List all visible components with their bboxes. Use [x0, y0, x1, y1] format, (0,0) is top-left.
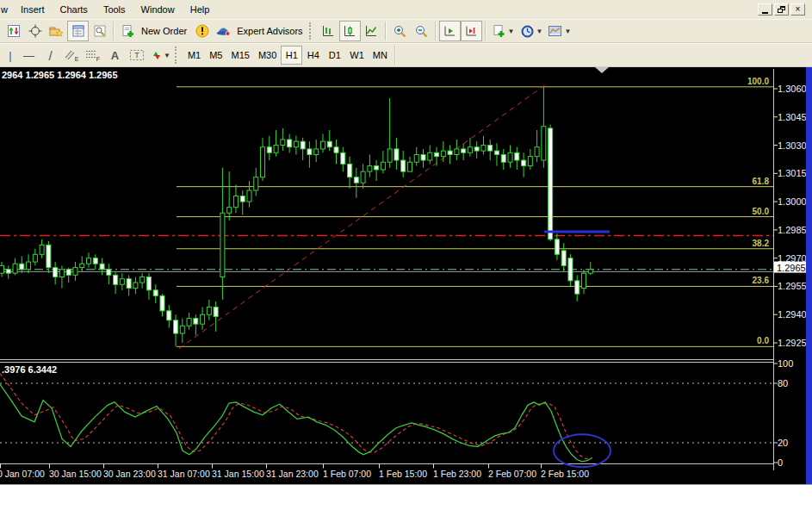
navigator-button[interactable] — [89, 21, 110, 41]
zoom-out-button[interactable] — [411, 21, 432, 41]
restore-icon — [778, 6, 785, 13]
svg-text:1.2940: 1.2940 — [778, 309, 807, 320]
timeframe-mn[interactable]: MN — [369, 46, 392, 65]
templates-button[interactable]: ▼ — [545, 21, 573, 41]
toolbar-separator — [435, 22, 437, 40]
chart-shift-marker — [595, 67, 609, 73]
chart-canvas[interactable]: 100.061.850.038.223.60.01.30601.30451.30… — [0, 67, 812, 484]
timeframe-h4[interactable]: H4 — [302, 46, 324, 65]
svg-text:.3976 6.3442: .3976 6.3442 — [2, 364, 57, 375]
svg-text:23.6: 23.6 — [753, 276, 770, 285]
periods-button[interactable]: ▼ — [518, 21, 546, 41]
chevron-down-icon: ▼ — [564, 28, 571, 35]
timeframe-w1[interactable]: W1 — [345, 46, 369, 65]
new-chart-icon — [492, 24, 506, 39]
horizontal-line-button[interactable]: — — [18, 45, 40, 65]
timeframe-h1[interactable]: H1 — [281, 46, 302, 65]
svg-text:80: 80 — [778, 378, 788, 388]
line-chart-button[interactable] — [361, 21, 382, 41]
menu-bar: w Insert Charts Tools Window Help × — [0, 0, 812, 19]
timeframe-m5[interactable]: M5 — [205, 46, 226, 65]
svg-text:1 Feb 07:00: 1 Feb 07:00 — [323, 469, 371, 479]
bar-chart-icon — [321, 24, 335, 38]
svg-text:1 Feb 23:00: 1 Feb 23:00 — [433, 469, 481, 479]
new-chart-button[interactable]: ▼ — [489, 21, 518, 41]
menu-window[interactable]: Window — [133, 1, 183, 18]
equidistant-channel-button[interactable]: E — [61, 45, 83, 65]
templates-icon — [548, 24, 562, 38]
current-price-label: 1.2965 — [774, 262, 807, 273]
expert-advisors-icon — [215, 24, 232, 38]
timeframe-m15[interactable]: M15 — [226, 46, 253, 65]
metaeditor-alert-button[interactable] — [191, 21, 213, 41]
menu-charts[interactable]: Charts — [52, 1, 95, 18]
arrange-charts-button[interactable] — [3, 21, 24, 41]
svg-text:38.2: 38.2 — [753, 239, 770, 248]
svg-text:1.2985: 1.2985 — [778, 225, 807, 235]
market-watch-button[interactable] — [67, 21, 89, 41]
text-icon: A — [111, 49, 119, 62]
chart-shift-button[interactable] — [461, 21, 482, 41]
svg-text:30 Jan 15:00: 30 Jan 15:00 — [49, 469, 102, 479]
restore-button[interactable] — [774, 3, 789, 16]
fibo-letter: F — [96, 56, 100, 62]
toolbar-separator — [394, 46, 396, 65]
svg-text:31 Jan 15:00: 31 Jan 15:00 — [212, 469, 264, 479]
toolbar-grip[interactable] — [309, 22, 313, 40]
svg-text:2 Feb 15:00: 2 Feb 15:00 — [541, 469, 589, 479]
indicator-readout: .3976 6.3442 — [2, 364, 57, 375]
menu-view-partial[interactable]: w — [0, 1, 13, 18]
expert-advisors-label[interactable]: Expert Advisors — [234, 26, 307, 36]
horizontal-line-objects — [0, 235, 773, 271]
expert-advisors-button[interactable] — [213, 21, 234, 41]
crosshair-icon — [28, 24, 42, 38]
svg-text:0: 0 — [778, 457, 783, 468]
svg-text:20: 20 — [778, 438, 788, 448]
menu-help[interactable]: Help — [183, 1, 218, 18]
minimize-icon — [762, 12, 768, 14]
candlestick-chart-button[interactable] — [339, 21, 361, 41]
fibonacci-button[interactable]: F — [83, 45, 104, 65]
svg-text:100.0: 100.0 — [747, 77, 769, 86]
toolbar-separator — [485, 22, 487, 40]
vertical-line-icon: | — [9, 49, 11, 62]
bar-chart-button[interactable] — [318, 21, 339, 41]
chevron-down-icon: ▼ — [508, 28, 515, 35]
text-label-button[interactable]: T — [126, 45, 147, 65]
text-button[interactable]: A — [104, 45, 126, 65]
menu-insert[interactable]: Insert — [13, 1, 53, 18]
new-order-button[interactable] — [117, 21, 139, 41]
toolbar-separator — [385, 22, 387, 40]
zoom-in-button[interactable] — [389, 21, 411, 41]
profiles-button[interactable] — [46, 21, 67, 41]
svg-text:30 Jan 23:00: 30 Jan 23:00 — [103, 469, 156, 479]
crosshair-button[interactable] — [24, 21, 46, 41]
new-order-label[interactable]: New Order — [139, 26, 191, 36]
minimize-button[interactable] — [758, 3, 772, 16]
svg-text:2 Feb 07:00: 2 Feb 07:00 — [488, 469, 536, 479]
svg-text:1.2925: 1.2925 — [778, 338, 807, 348]
trendline-button[interactable]: / — [40, 45, 61, 65]
svg-text:1.2955: 1.2955 — [778, 281, 807, 291]
svg-text:T: T — [134, 51, 139, 59]
profiles-icon — [49, 24, 64, 38]
horizontal-line-icon: — — [23, 49, 34, 62]
menu-tools[interactable]: Tools — [96, 1, 133, 18]
navigator-icon — [93, 24, 107, 38]
toolbar-grip[interactable] — [175, 47, 179, 64]
time-axis: 0 Jan 07:0030 Jan 15:0030 Jan 23:0031 Ja… — [0, 464, 589, 480]
auto-scroll-button[interactable] — [439, 21, 461, 41]
chart-shift-icon — [464, 24, 478, 38]
zoom-out-icon — [414, 24, 429, 39]
chart-area: 100.061.850.038.223.60.01.30601.30451.30… — [0, 67, 812, 485]
svg-text:61.8: 61.8 — [753, 177, 770, 186]
timeframe-d1[interactable]: D1 — [324, 46, 345, 65]
svg-text:2964 1.2965 1.2964 1.2965: 2964 1.2965 1.2964 1.2965 — [2, 70, 118, 80]
svg-text:31 Jan 07:00: 31 Jan 07:00 — [158, 469, 210, 479]
close-button[interactable]: × — [790, 3, 805, 16]
vertical-line-button[interactable]: | — [3, 45, 18, 65]
timeframe-m30[interactable]: M30 — [254, 46, 281, 65]
arrow-tools-button[interactable]: ▼ — [147, 45, 173, 65]
timeframe-m1[interactable]: M1 — [183, 46, 205, 65]
candlestick-chart-icon — [343, 24, 356, 38]
